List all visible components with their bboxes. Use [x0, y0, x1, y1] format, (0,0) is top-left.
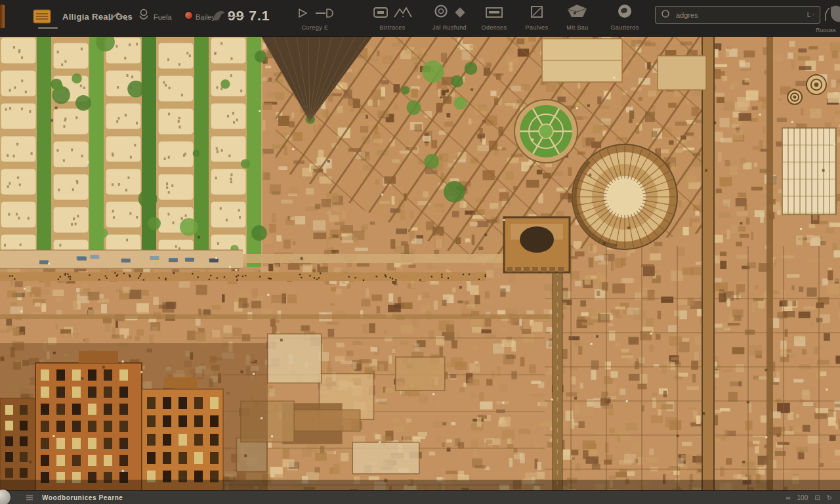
status-right-group: ∞ 100 ⊡ ↻ [786, 494, 832, 501]
location-pin-icon[interactable] [138, 8, 150, 28]
app-menu-underline [38, 27, 58, 29]
aerial-city-map[interactable] [0, 36, 840, 491]
rooms-label: Ruouss [816, 27, 836, 33]
tool-label: Curegy E [286, 24, 344, 31]
map-canvas[interactable] [0, 36, 840, 491]
mountain-icon [393, 6, 413, 22]
diamond-icon [453, 6, 467, 22]
tool-label: Paulves [518, 24, 555, 31]
score-value: 99 7.1 [228, 8, 270, 24]
banner-icon [566, 3, 589, 22]
tray-icon [485, 6, 503, 22]
status-knob[interactable] [0, 490, 10, 504]
edge-accent [0, 5, 5, 28]
status-bar: Woodborunices Pearne ∞ 100 ⊡ ↻ [0, 490, 840, 504]
infinity-icon: ∞ [786, 494, 790, 501]
health-icon [185, 12, 192, 19]
tool-label: Gautteros [605, 24, 644, 31]
cable-icon [315, 7, 335, 22]
rotate-icon[interactable]: ↻ [827, 494, 832, 501]
search-input[interactable] [675, 10, 803, 20]
crop-icon [530, 5, 544, 22]
search-icon [661, 9, 670, 21]
status-text: Woodborunices Pearne [42, 494, 123, 501]
target-icon [433, 3, 449, 22]
tool-label: Odenses [474, 24, 514, 31]
search-shortcut: L · [807, 11, 814, 18]
card-icon [373, 6, 388, 22]
tool-birtraces-button[interactable]: Birtraces [362, 6, 423, 31]
tool-gautteros-button[interactable]: Gautteros [605, 6, 644, 31]
tool-mit-bau-button[interactable]: Mit Bau [559, 6, 596, 31]
app-window: { "toolbar": { "title": "Alligia Reali G… [0, 0, 840, 504]
app-menu-icon[interactable] [33, 9, 51, 26]
frame-icon[interactable]: ⊡ [814, 494, 820, 501]
toolbar: Alligia Reali Ges Fuela Bailey 99 7.1 [0, 0, 840, 37]
search-box[interactable]: L · [655, 6, 820, 24]
tool-label: Jal Rusfund [421, 24, 478, 31]
tool-curegy-button[interactable]: Curegy E [286, 6, 344, 31]
score-secondary: 7.1 [249, 8, 270, 23]
status-menu-icon[interactable] [26, 495, 33, 501]
chevron-up-icon[interactable] [107, 11, 129, 24]
rooms-icon[interactable] [822, 4, 840, 26]
location-label: Fuela [154, 13, 172, 21]
zoom-level: 100 [797, 494, 808, 501]
tool-paulves-button[interactable]: Paulves [518, 6, 555, 31]
lens-icon [617, 3, 633, 22]
bird-icon [212, 9, 226, 26]
score-primary: 99 [228, 8, 244, 23]
tool-odenses-button[interactable]: Odenses [474, 6, 514, 31]
tool-label: Mit Bau [559, 24, 596, 31]
tool-label: Birtraces [362, 24, 423, 31]
tool-jal-rusfund-button[interactable]: Jal Rusfund [421, 6, 478, 31]
play-icon [296, 7, 310, 22]
